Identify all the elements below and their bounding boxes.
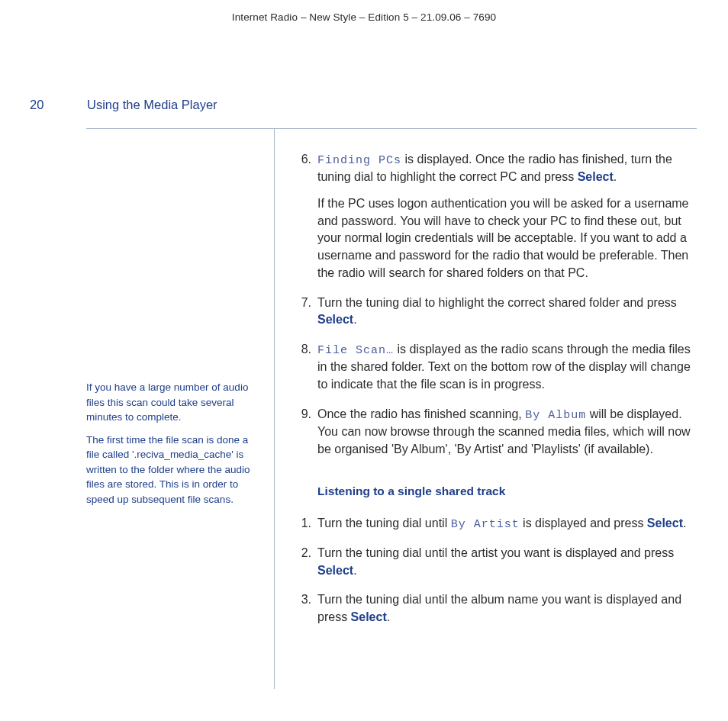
- step-text: .: [614, 170, 617, 183]
- section-title: Using the Media Player: [87, 98, 217, 112]
- step-number: 2.: [292, 545, 311, 562]
- step-number: 3.: [292, 591, 311, 609]
- steps-list: 6. Finding PCs is displayed. Once the ra…: [292, 151, 696, 459]
- button-label-select: Select: [351, 610, 387, 623]
- horizontal-divider: [86, 128, 697, 129]
- step-text: .: [683, 517, 686, 529]
- substep-2: 2. Turn the tuning dial until the artist…: [292, 545, 696, 579]
- display-text-finding-pcs: Finding PCs: [317, 154, 401, 167]
- substeps-list: 1. Turn the tuning dial until By Artist …: [292, 515, 696, 626]
- page-number: 20: [30, 98, 43, 112]
- step-number: 7.: [292, 295, 311, 312]
- step-text: Turn the tuning dial until the artist yo…: [317, 546, 674, 559]
- subheading-listening-single-track: Listening to a single shared track: [317, 483, 696, 500]
- step-text: If the PC uses logon authentication you …: [317, 195, 696, 282]
- step-8: 8. File Scan… is displayed as the radio …: [292, 341, 696, 394]
- step-text: .: [353, 564, 356, 577]
- display-text-by-album: By Album: [525, 409, 586, 422]
- sidebar-notes: If you have a large number of audio file…: [86, 380, 263, 515]
- sidebar-note-1: If you have a large number of audio file…: [86, 380, 263, 425]
- step-7: 7. Turn the tuning dial to highlight the…: [292, 295, 696, 329]
- substep-3: 3. Turn the tuning dial until the album …: [292, 591, 696, 626]
- main-content: 6. Finding PCs is displayed. Once the ra…: [292, 151, 696, 639]
- vertical-divider: [274, 128, 275, 689]
- step-text: Turn the tuning dial to highlight the co…: [317, 296, 677, 309]
- step-text: .: [353, 313, 356, 326]
- step-text: is displayed and press: [520, 517, 647, 529]
- button-label-select: Select: [317, 564, 353, 577]
- step-number: 6.: [292, 151, 311, 169]
- substep-1: 1. Turn the tuning dial until By Artist …: [292, 515, 696, 533]
- display-text-file-scan: File Scan…: [317, 344, 394, 357]
- button-label-select: Select: [578, 170, 614, 183]
- step-number: 8.: [292, 341, 311, 359]
- document-header: Internet Radio – New Style – Edition 5 –…: [0, 11, 728, 23]
- display-text-by-artist: By Artist: [451, 518, 520, 531]
- step-number: 9.: [292, 406, 311, 423]
- step-number: 1.: [292, 515, 311, 533]
- button-label-select: Select: [317, 313, 353, 326]
- step-text: Turn the tuning dial until: [317, 517, 451, 529]
- button-label-select: Select: [647, 517, 683, 529]
- sidebar-note-2: The first time the file scan is done a f…: [86, 433, 263, 507]
- step-6: 6. Finding PCs is displayed. Once the ra…: [292, 151, 696, 282]
- step-text: .: [387, 610, 390, 623]
- step-9: 9. Once the radio has finished scanning,…: [292, 406, 696, 459]
- step-text: Once the radio has finished scanning,: [317, 407, 525, 420]
